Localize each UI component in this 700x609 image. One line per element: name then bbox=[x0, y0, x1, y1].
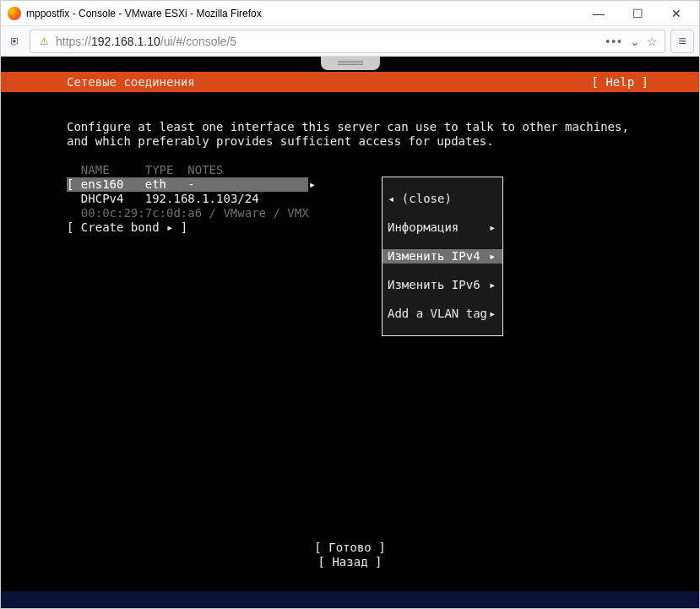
menu-item-info[interactable]: Информация▸ bbox=[383, 220, 502, 235]
minimize-button[interactable]: — bbox=[579, 2, 618, 25]
maximize-button[interactable]: ☐ bbox=[618, 2, 657, 25]
console-handle[interactable] bbox=[321, 57, 380, 70]
mac-line: 00:0c:29:7c:0d:a6 / VMware / VMX bbox=[81, 206, 309, 220]
url-scheme: https:// bbox=[56, 35, 91, 48]
url-actions: ••• ⌄ ☆ bbox=[605, 35, 658, 48]
firefox-icon bbox=[8, 7, 21, 20]
bookmark-star-icon[interactable]: ☆ bbox=[647, 35, 658, 48]
window-controls: — ☐ ✕ bbox=[579, 2, 696, 25]
url-host: 192.168.1.10 bbox=[91, 35, 160, 48]
browser-window: mppostfix - Console - VMware ESXi - Mozi… bbox=[0, 0, 700, 609]
url-bar[interactable]: ⚠ https://192.168.1.10/ui/#/console/5 ••… bbox=[30, 30, 665, 53]
dhcp-line: DHCPv4 192.168.1.103/24 bbox=[81, 192, 259, 205]
grip-icon bbox=[338, 61, 363, 66]
titlebar: mppostfix - Console - VMware ESXi - Mozi… bbox=[1, 1, 699, 26]
column-headers: NAME TYPE NOTES bbox=[67, 163, 223, 177]
interface-row[interactable]: [ ens160 eth - ▸ bbox=[67, 177, 308, 192]
menu-item-edit-ipv6[interactable]: Изменить IPv6▸ bbox=[383, 278, 502, 292]
hamburger-menu-button[interactable]: ≡ bbox=[670, 30, 694, 53]
close-button[interactable]: ✕ bbox=[657, 2, 696, 25]
window-title: mppostfix - Console - VMware ESXi - Mozi… bbox=[26, 8, 579, 19]
lock-warning-icon: ⚠ bbox=[37, 35, 51, 48]
help-button[interactable]: [ Help ] bbox=[592, 75, 648, 89]
page-actions-icon[interactable]: ••• bbox=[605, 35, 623, 48]
url-path: /ui/#/console/5 bbox=[160, 35, 236, 48]
toolbar: ⛨ ⚠ https://192.168.1.10/ui/#/console/5 … bbox=[1, 26, 699, 57]
vm-console[interactable]: Сетевые соединения [ Help ] Configure at… bbox=[1, 57, 699, 608]
url-text: https://192.168.1.10/ui/#/console/5 bbox=[56, 35, 236, 48]
done-button[interactable]: [ Готово ] bbox=[314, 541, 385, 555]
tracking-shield-icon[interactable]: ⛨ bbox=[6, 32, 24, 51]
instructions: Configure at least one interface this se… bbox=[67, 120, 629, 148]
menu-close[interactable]: ◂ (close) bbox=[383, 192, 502, 206]
menu-item-add-vlan[interactable]: Add a VLAN tag▸ bbox=[383, 307, 502, 321]
menu-item-edit-ipv4[interactable]: Изменить IPv4▸ bbox=[383, 249, 502, 264]
back-button[interactable]: [ Назад ] bbox=[318, 555, 383, 569]
create-bond-button[interactable]: [ Create bond ▸ ] bbox=[67, 220, 187, 234]
pocket-icon[interactable]: ⌄ bbox=[630, 35, 640, 48]
context-menu: ◂ (close) Информация▸ Изменить IPv4▸ Изм… bbox=[382, 177, 503, 336]
bottom-buttons: [ Готово ] [ Назад ] bbox=[1, 541, 699, 569]
installer-header: Сетевые соединения [ Help ] bbox=[1, 72, 699, 92]
screen-title: Сетевые соединения bbox=[67, 75, 592, 89]
installer-body: Configure at least one interface this se… bbox=[1, 92, 699, 249]
status-strip bbox=[1, 591, 699, 608]
